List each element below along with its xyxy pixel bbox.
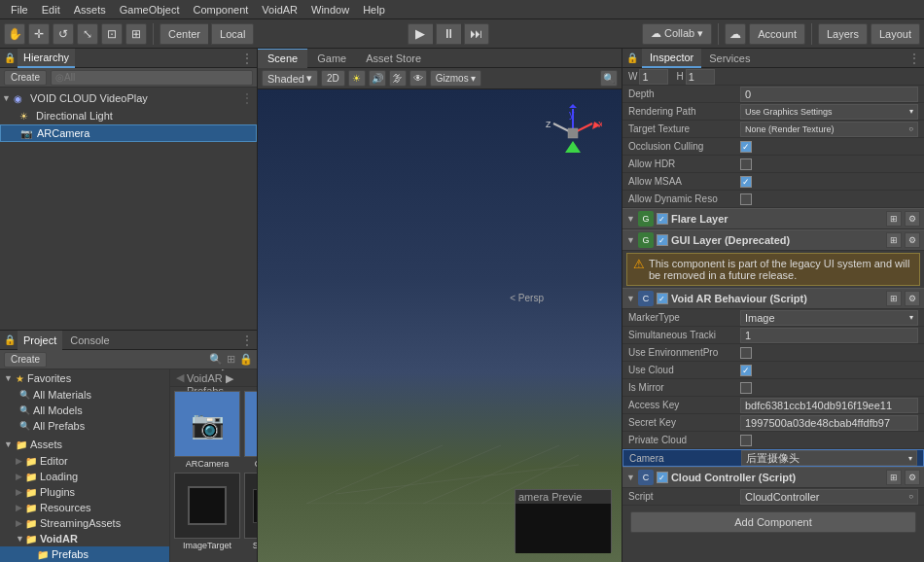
favorites-models[interactable]: 🔍 All Models: [0, 403, 169, 418]
menu-component[interactable]: Component: [186, 4, 255, 16]
menu-help[interactable]: Help: [356, 4, 392, 16]
menu-voidar[interactable]: VoidAR: [255, 4, 304, 16]
access-key-value[interactable]: bdfc6381ccb140db916f19ee11: [740, 398, 918, 413]
game-tab[interactable]: Game: [307, 49, 356, 68]
hierarchy-tab[interactable]: Hierarchy: [18, 49, 75, 68]
folder-resources[interactable]: ▶ 📁 Resources: [0, 500, 169, 515]
allow-dynamic-checkbox[interactable]: [740, 193, 752, 205]
project-tab[interactable]: Project: [18, 331, 62, 350]
audio-icon[interactable]: 🔊: [369, 70, 386, 87]
target-texture-dropdown[interactable]: None (Render Texture) ○: [740, 122, 918, 137]
folder-loading[interactable]: ▶ 📁 Loading: [0, 469, 169, 484]
scene-tab[interactable]: Scene: [258, 49, 307, 68]
folder-voidar[interactable]: ▼ 📁 VoidAR: [0, 531, 169, 546]
move-tool[interactable]: ✛: [28, 23, 50, 45]
inspector-options-icon[interactable]: ⋮: [908, 52, 924, 65]
asset-arcamera[interactable]: 📷 ARCamera: [174, 391, 240, 469]
console-tab[interactable]: Console: [64, 331, 115, 350]
shaded-dropdown[interactable]: Shaded ▾: [262, 70, 318, 87]
hierarchy-root[interactable]: ▼ ◉ VOID CLOUD VideoPlay ⋮: [0, 89, 257, 107]
hierarchy-create-button[interactable]: Create: [4, 70, 47, 86]
rotate-tool[interactable]: ↺: [53, 23, 74, 45]
allow-hdr-checkbox[interactable]: [740, 158, 752, 170]
project-lock2-icon[interactable]: 🔒: [239, 353, 253, 366]
voidar-check[interactable]: ✓: [657, 293, 668, 304]
favorites-header[interactable]: ▼ ★ Favorites: [0, 369, 169, 387]
inspector-tab[interactable]: Inspector: [642, 49, 701, 68]
menu-assets[interactable]: Assets: [67, 4, 113, 16]
cloud-ctrl-check[interactable]: ✓: [657, 472, 668, 483]
cloud-script-value[interactable]: CloudController ○: [740, 489, 918, 505]
camera-dropdown[interactable]: 后置摄像头 ▾: [741, 450, 917, 466]
lighting-icon[interactable]: ☀: [348, 70, 366, 87]
hierarchy-options-icon2[interactable]: ⋮: [241, 91, 253, 105]
asset-splashvideo[interactable]: ▶ SplashVideo: [244, 473, 257, 550]
menu-file[interactable]: File: [4, 4, 35, 16]
gizmos-dropdown[interactable]: Gizmos ▾: [430, 70, 482, 87]
pause-button[interactable]: ⏸: [436, 23, 461, 45]
favorites-materials[interactable]: 🔍 All Materials: [0, 387, 169, 403]
simultaneous-value[interactable]: 1: [740, 328, 918, 343]
local-button[interactable]: Local: [211, 23, 254, 45]
gui-check[interactable]: ✓: [657, 234, 668, 246]
account-button[interactable]: Account: [749, 23, 805, 45]
flare-check[interactable]: ✓: [657, 213, 668, 225]
private-cloud-checkbox[interactable]: [740, 435, 752, 446]
project-more-icon[interactable]: ⊞: [227, 353, 235, 366]
cloud-ctrl-menu-btn[interactable]: ⚙: [905, 470, 920, 485]
rect-tool[interactable]: ⊡: [101, 23, 123, 45]
menu-window[interactable]: Window: [304, 4, 356, 16]
flare-layer-ref-btn[interactable]: ⊞: [886, 211, 902, 227]
rendering-path-dropdown[interactable]: Use Graphics Settings ▾: [740, 104, 918, 120]
occlusion-culling-checkbox[interactable]: ✓: [740, 141, 752, 153]
asset-store-tab[interactable]: Asset Store: [356, 49, 431, 68]
hierarchy-search-input[interactable]: [51, 70, 253, 86]
folder-plugins[interactable]: ▶ 📁 Plugins: [0, 484, 169, 500]
transform-tool[interactable]: ⊞: [125, 23, 147, 45]
w-value[interactable]: 1: [639, 69, 668, 85]
menu-gameobject[interactable]: GameObject: [113, 4, 187, 16]
asset-cubetarget[interactable]: ⬛ ▶ CubeTarget: [244, 391, 257, 469]
use-cloud-checkbox[interactable]: ✓: [740, 365, 752, 376]
2d-button[interactable]: 2D: [321, 70, 345, 87]
step-button[interactable]: ⏭: [464, 23, 489, 45]
scale-tool[interactable]: ⤡: [77, 23, 98, 45]
depth-value[interactable]: 0: [740, 87, 918, 102]
gui-layer-ref-btn[interactable]: ⊞: [886, 232, 902, 248]
use-env-checkbox[interactable]: [740, 347, 752, 359]
layout-button[interactable]: Layout: [871, 23, 920, 45]
project-create-button[interactable]: Create: [4, 352, 47, 368]
is-mirror-checkbox[interactable]: [740, 382, 752, 394]
collab-button[interactable]: ☁ Collab ▾: [642, 23, 712, 45]
add-component-button[interactable]: Add Component: [630, 511, 916, 533]
play-button[interactable]: ▶: [408, 23, 433, 45]
flare-layer-menu-btn[interactable]: ⚙: [905, 211, 920, 227]
markertype-dropdown[interactable]: Image ▾: [740, 310, 918, 326]
hierarchy-item-arcamera[interactable]: 📷 ARCamera: [0, 124, 257, 142]
scene-search-icon[interactable]: 🔍: [600, 70, 618, 87]
folder-prefabs[interactable]: 📁 Prefabs: [0, 546, 169, 562]
cloud-icon[interactable]: ☁: [725, 23, 746, 45]
cloud-ctrl-ref-btn[interactable]: ⊞: [886, 470, 902, 485]
assets-header[interactable]: ▼ 📁 Assets: [0, 436, 169, 453]
hierarchy-options-icon[interactable]: ⋮: [241, 52, 253, 65]
center-button[interactable]: Center: [160, 23, 208, 45]
voidar-ref-btn[interactable]: ⊞: [886, 291, 902, 306]
hand-tool[interactable]: ✋: [4, 23, 25, 45]
asset-imagetarget[interactable]: ImageTarget: [174, 473, 240, 550]
h-value[interactable]: 1: [686, 69, 715, 85]
hidden-icon[interactable]: 👁: [409, 70, 427, 87]
hierarchy-item-directional-light[interactable]: ☀ Directional Light: [0, 107, 257, 124]
folder-editor[interactable]: ▶ 📁 Editor: [0, 453, 169, 469]
gui-layer-menu-btn[interactable]: ⚙: [905, 232, 920, 248]
voidar-menu-btn[interactable]: ⚙: [905, 291, 920, 306]
project-options-icon[interactable]: ⋮: [241, 334, 253, 347]
allow-msaa-checkbox[interactable]: ✓: [740, 176, 752, 188]
effects-icon[interactable]: 🌫: [389, 70, 407, 87]
services-tab[interactable]: Services: [701, 49, 758, 68]
layers-button[interactable]: Layers: [818, 23, 868, 45]
folder-streaming[interactable]: ▶ 📁 StreamingAssets: [0, 515, 169, 531]
secret-key-value[interactable]: 1997500a03de48cbab4ffdfb97: [740, 415, 918, 431]
menu-edit[interactable]: Edit: [35, 4, 67, 16]
favorites-prefabs[interactable]: 🔍 All Prefabs: [0, 418, 169, 434]
